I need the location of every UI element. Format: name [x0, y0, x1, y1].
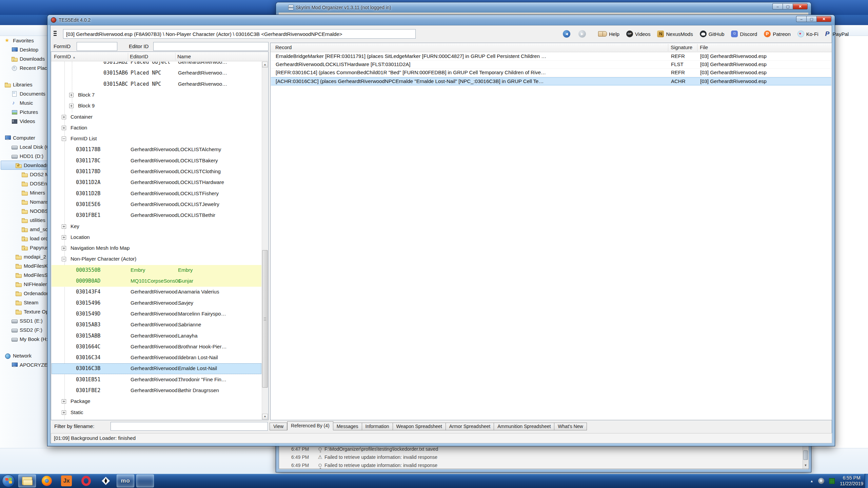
sidebar-item-libraries[interactable]: Libraries: [0, 80, 47, 89]
steam-icon[interactable]: [818, 478, 824, 484]
taskbar-button-tes5edit[interactable]: [136, 474, 154, 487]
tree-row[interactable]: Non-Player Character (Actor): [52, 254, 261, 265]
record-row[interactable]: GerheardtRiverwoodLOCKLISTHardware [FLST…: [271, 61, 831, 69]
expand-icon[interactable]: [62, 246, 66, 250]
sidebar-item-recent-places[interactable]: Recent Places: [0, 63, 47, 73]
records-column-record[interactable]: Record: [275, 44, 292, 50]
tree-row[interactable]: 0301178CGerheardtRiverwoodLOCKLISTBakery: [52, 156, 261, 166]
sidebar-item-modfiless[interactable]: ModFilesS: [0, 270, 47, 280]
expand-icon[interactable]: [62, 235, 66, 240]
records-column-signature[interactable]: Signature: [671, 44, 692, 50]
link-github[interactable]: GitHub: [700, 30, 725, 37]
sidebar-item-nomansky[interactable]: Nomansky: [0, 197, 47, 206]
tree-row[interactable]: Block 7: [52, 90, 261, 101]
sidebar-item-local-disk-c-[interactable]: Local Disk (C:): [0, 142, 47, 151]
sidebar-item-apocryzen[interactable]: APOCRYZEN: [0, 360, 47, 369]
sidebar-item-steam[interactable]: Steam: [0, 298, 47, 307]
tes5edit-maximize-button[interactable]: ▢: [806, 16, 816, 22]
sidebar-item-ssd2-f-[interactable]: SSD2 (F:): [0, 325, 47, 334]
tree-row[interactable]: 03016C3BGerheardtRiverwood…Ernalde Lost-…: [52, 363, 261, 374]
tree-row[interactable]: FormID List: [52, 134, 261, 144]
tree-row[interactable]: Container: [52, 112, 261, 123]
tree-row[interactable]: 0301EB51GerheardtRiverwood…Throdonir "Fi…: [52, 374, 261, 385]
sidebar-item-desktop[interactable]: Desktop: [0, 45, 47, 54]
grid-icon[interactable]: [829, 478, 835, 484]
sidebar-item-modapi-2[interactable]: modapi_2: [0, 252, 47, 261]
expand-icon[interactable]: [69, 93, 74, 97]
tree-row[interactable]: 0301664CGerheardtRiverwood…Brothnar Hook…: [52, 342, 261, 352]
sidebar-item-texture-op[interactable]: Texture Op: [0, 307, 47, 316]
sidebar-item-dosenhanced[interactable]: DOSEnhanced: [0, 179, 47, 188]
tree-row[interactable]: Static: [52, 407, 261, 418]
tree-scrollbar[interactable]: ▲ ▼: [262, 62, 268, 420]
tab-referenced-by-4-[interactable]: Referenced By (4): [287, 421, 333, 430]
tree-row[interactable]: 03011D2BGerheardtRiverwoodLOCKLISTFisher…: [52, 188, 261, 199]
xedit-menu-button[interactable]: [54, 30, 61, 39]
link-paypal[interactable]: PPayPal: [825, 30, 849, 37]
tes5edit-minimize-button[interactable]: –: [796, 16, 806, 22]
link-nexusmods[interactable]: NNexusMods: [657, 30, 693, 37]
record-row[interactable]: ErnaldeBridgeMarker [REFR:03011791] (pla…: [271, 53, 831, 61]
tes5edit-close-button[interactable]: ✕: [816, 16, 831, 22]
sidebar-item-downloads[interactable]: Downloads: [0, 161, 47, 170]
start-button[interactable]: [2, 474, 15, 487]
tree-row[interactable]: 03015AB3GerheardtRiverwood…Sabrianne: [52, 320, 261, 330]
mo-titlebar[interactable]: mo Skyrim Mod Organizer v1.3.11 (not log…: [276, 2, 811, 13]
tes5edit-titlebar[interactable]: TES5Edit 4.0.2 – ▢ ✕: [47, 15, 835, 25]
tree-row[interactable]: 03011D2AGerheardtRiverwoodLOCKLISTHardwa…: [52, 177, 261, 188]
sidebar-item-hdd1-d-[interactable]: HDD1 (D:): [0, 151, 47, 161]
expand-icon[interactable]: [62, 410, 66, 415]
sidebar-item-miners[interactable]: Miners: [0, 188, 47, 197]
mo-minimize-button[interactable]: –: [772, 3, 783, 9]
sidebar-item-ssd1-e-[interactable]: SSD1 (E:): [0, 316, 47, 325]
tab-ammunition-spreadsheet[interactable]: Ammunition Spreadsheet: [494, 423, 554, 430]
tab-messages[interactable]: Messages: [333, 423, 362, 430]
sidebar-item-load-order[interactable]: load order: [0, 234, 47, 243]
sidebar-item-music[interactable]: Music: [0, 98, 47, 107]
taskbar-button-explorer[interactable]: [18, 474, 36, 487]
taskbar-button-skyrim[interactable]: [97, 474, 115, 487]
tree-row[interactable]: Block 9: [52, 101, 261, 111]
sidebar-item-modfilesk[interactable]: ModFilesK: [0, 261, 47, 270]
tree-row[interactable]: Key: [52, 221, 261, 232]
tree-row[interactable]: 0301178BGerheardtRiverwoodLOCKLISTAlchem…: [52, 144, 261, 155]
sidebar-item-nifhealer[interactable]: NIFHealer: [0, 280, 47, 289]
expand-icon[interactable]: [62, 224, 66, 229]
tree-row[interactable]: 03015ABBGerheardtRiverwood…Lanayha: [52, 331, 261, 342]
collapse-icon[interactable]: [62, 137, 66, 141]
collapse-icon[interactable]: [62, 257, 66, 261]
tree-column-editorid[interactable]: EditorID: [130, 54, 148, 59]
show-desktop-button[interactable]: [865, 474, 868, 488]
hidden-icons-arrow[interactable]: ▲: [810, 479, 813, 483]
sidebar-item-favorites[interactable]: Favorites: [0, 36, 47, 45]
tab-weapon-spreadsheet[interactable]: Weapon Spreadsheet: [393, 423, 446, 430]
expand-icon[interactable]: [62, 399, 66, 404]
sidebar-item-pictures[interactable]: Pictures: [0, 107, 47, 117]
tree-row[interactable]: 03015AB2Placed ObjectGerheardtRiverwoo…: [52, 62, 261, 68]
tree-row[interactable]: 0301178DGerheardtRiverwoodLOCKLISTClothi…: [52, 166, 261, 177]
expand-icon[interactable]: [62, 126, 66, 130]
formid-filter-input[interactable]: [77, 42, 117, 51]
sidebar-item-network[interactable]: Network: [0, 351, 47, 360]
sidebar-item-utilities[interactable]: utilities: [0, 216, 47, 225]
sidebar-item-documents[interactable]: Documents: [0, 89, 47, 98]
tree-row[interactable]: 03016C34GerheardtRiverwood…Ildebran Lost…: [52, 352, 261, 363]
tree-row[interactable]: 0301FBE1GerheardtRiverwoodLOCKLISTBethir: [52, 210, 261, 221]
mo-close-button[interactable]: ✕: [793, 3, 808, 9]
sidebar-item-amd-software[interactable]: amd_software: [0, 225, 47, 234]
records-column-file[interactable]: File: [700, 44, 708, 50]
xedit-back-button[interactable]: ◄: [563, 30, 570, 38]
mo-maximize-button[interactable]: ▢: [783, 3, 793, 9]
tree-row[interactable]: 03015AB6Placed NPCGerheardtRiverwoo…: [52, 68, 261, 79]
record-row[interactable]: [ACHR:03016C3C] (places GerheardtRiverwo…: [271, 77, 831, 85]
tree-column-formid[interactable]: FormID▲: [54, 54, 76, 59]
xedit-navigation-path-input[interactable]: [63, 29, 416, 39]
tree-row[interactable]: Navigation Mesh Info Map: [52, 243, 261, 254]
sidebar-item-papyrus[interactable]: Papyrus: [0, 243, 47, 252]
tree-row[interactable]: 0301549DGerheardtRiverwood…Marcelinn Fai…: [52, 309, 261, 320]
sidebar-item-dos2-mods[interactable]: DOS2 Mods: [0, 170, 47, 179]
sidebar-item-my-book-h-[interactable]: My Book (H:): [0, 334, 47, 344]
tree-row[interactable]: 03015ABCPlaced NPCGerheardtRiverwoo…: [52, 79, 261, 90]
tab-armor-spreadsheet[interactable]: Armor Spreadsheet: [446, 423, 494, 430]
tab-information[interactable]: Information: [362, 423, 393, 430]
